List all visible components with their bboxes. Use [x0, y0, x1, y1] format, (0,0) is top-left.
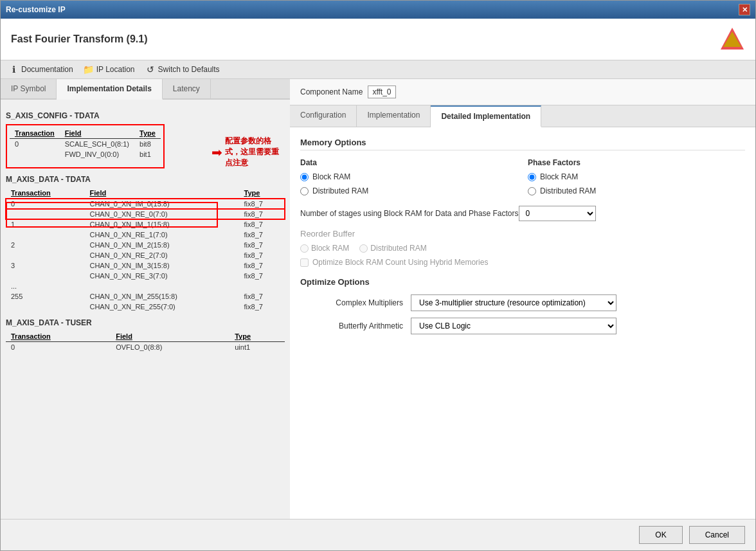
right-panel: Component Name xfft_0 Configuration Impl…	[290, 79, 755, 519]
right-tab-bar: Configuration Implementation Detailed Im…	[290, 105, 755, 127]
data-radio-group: Block RAM Distributed RAM	[300, 172, 518, 195]
col-field: Field	[60, 128, 134, 139]
logo-icon	[719, 26, 745, 52]
component-header: Component Name xfft_0	[290, 79, 755, 105]
phase-distributed-ram-option[interactable]: Distributed RAM	[528, 186, 745, 195]
cell-field: CHAN_0_XN_IM_0(15:8)	[84, 199, 239, 210]
reorder-block-ram-option: Block RAM	[300, 244, 349, 253]
tab-configuration[interactable]: Configuration	[290, 105, 357, 127]
cell-type: fix8_7	[239, 219, 285, 230]
main-header: Fast Fourier Transform (9.1)	[1, 19, 755, 60]
phase-distributed-ram-radio[interactable]	[528, 187, 536, 195]
table-row: FWD_INV_0(0:0) bit1	[10, 149, 161, 159]
reorder-buffer-section: Reorder Buffer Block RAM Distributed RAM	[300, 229, 745, 267]
cell-transaction: 0	[6, 342, 111, 353]
documentation-label: Documentation	[21, 65, 73, 74]
hybrid-memories-checkbox	[300, 258, 309, 267]
cancel-button[interactable]: Cancel	[689, 526, 745, 544]
m-axis-data-title: M_AXIS_DATA - TDATA	[6, 175, 285, 184]
cell-field: CHAN_0_XN_RE_3(7:0)	[84, 271, 239, 281]
tab-ip-symbol[interactable]: IP Symbol	[1, 79, 57, 98]
col-type: Type	[230, 331, 285, 342]
ip-location-button[interactable]: 📁 IP Location	[84, 64, 135, 75]
table-row: CHAN_0_XN_RE_3(7:0) fix8_7	[6, 271, 285, 281]
left-panel: IP Symbol Implementation Details Latency…	[1, 79, 290, 519]
table-row: 0 CHAN_0_XN_IM_0(15:8) fix8_7	[6, 199, 285, 210]
stages-label: Number of stages using Block RAM for Dat…	[300, 209, 519, 218]
butterfly-arithmetic-select[interactable]: Use CLB Logic Use DSPs	[411, 318, 616, 334]
table-row: ...	[6, 281, 285, 291]
data-distributed-ram-option[interactable]: Distributed RAM	[300, 186, 518, 195]
cell-type: bit8	[134, 139, 161, 150]
cell-transaction: 0	[6, 199, 84, 210]
cell-transaction: 3	[6, 260, 84, 271]
cell-transaction: ...	[6, 281, 84, 291]
cell-type: fix8_7	[239, 240, 285, 250]
phase-distributed-ram-label: Distributed RAM	[540, 186, 596, 195]
complex-multipliers-row: Complex Multipliers Use 3-multiplier str…	[300, 294, 745, 311]
col-field: Field	[84, 188, 239, 199]
switch-defaults-button[interactable]: ↺ Switch to Defaults	[145, 64, 220, 75]
cell-field: OVFLO_0(8:8)	[111, 342, 230, 353]
documentation-button[interactable]: ℹ Documentation	[8, 64, 73, 75]
info-icon: ℹ	[8, 64, 19, 75]
table-row: 0 OVFLO_0(8:8) uint1	[6, 342, 285, 353]
reorder-options: Block RAM Distributed RAM	[300, 244, 745, 253]
data-block-ram-radio[interactable]	[300, 173, 309, 181]
phase-col-title: Phase Factors	[528, 158, 745, 167]
cell-type: fix8_7	[239, 199, 285, 210]
cell-transaction	[6, 209, 84, 219]
cell-field: SCALE_SCH_0(8:1)	[60, 139, 134, 150]
left-tab-bar: IP Symbol Implementation Details Latency	[1, 79, 290, 100]
cell-field: CHAN_0_XN_IM_1(15:8)	[84, 219, 239, 230]
tab-detailed-implementation[interactable]: Detailed Implementation	[431, 105, 541, 127]
m-axis-data-table: Transaction Field Type 0 CHAN_0_XN_IM_0(…	[6, 188, 285, 312]
cell-transaction	[6, 271, 84, 281]
data-block-ram-option[interactable]: Block RAM	[300, 172, 518, 181]
data-col-title: Data	[300, 158, 518, 167]
arrow-right-icon: ➡	[212, 145, 222, 160]
stages-row: Number of stages using Block RAM for Dat…	[300, 206, 745, 221]
phase-options-col: Phase Factors Block RAM Distributed RAM	[528, 158, 745, 195]
tab-latency[interactable]: Latency	[163, 79, 211, 98]
folder-icon: 📁	[84, 64, 94, 75]
component-name: xfft_0	[368, 86, 395, 98]
m-axis-tuser-title: M_AXIS_DATA - TUSER	[6, 318, 285, 327]
col-transaction: Transaction	[6, 188, 84, 199]
phase-block-ram-option[interactable]: Block RAM	[528, 172, 745, 181]
data-distributed-ram-label: Distributed RAM	[312, 186, 368, 195]
refresh-icon: ↺	[145, 64, 156, 75]
table-row: 2 CHAN_0_XN_IM_2(15:8) fix8_7	[6, 240, 285, 250]
tab-implementation-details[interactable]: Implementation Details	[57, 79, 162, 100]
reorder-title: Reorder Buffer	[300, 229, 745, 239]
s-axis-config-table: Transaction Field Type 0 SCALE_SCH_0(8:1…	[10, 128, 161, 159]
memory-options-grid: Data Block RAM Distributed RAM	[300, 158, 745, 195]
close-button[interactable]: ✕	[739, 4, 750, 15]
tab-implementation[interactable]: Implementation	[357, 105, 431, 127]
cell-type: fix8_7	[239, 302, 285, 312]
s-axis-red-box: Transaction Field Type 0 SCALE_SCH_0(8:1…	[6, 124, 165, 168]
cell-type	[239, 281, 285, 291]
component-label: Component Name	[300, 87, 363, 96]
data-distributed-ram-radio[interactable]	[300, 187, 309, 195]
phase-block-ram-radio[interactable]	[528, 173, 536, 181]
cell-field: CHAN_0_XN_IM_3(15:8)	[84, 260, 239, 271]
window-title: Re-customize IP	[6, 5, 66, 14]
complex-multipliers-select[interactable]: Use 3-multiplier structure (resource opt…	[411, 294, 616, 311]
butterfly-arithmetic-label: Butterfly Arithmetic	[300, 321, 403, 330]
stages-select[interactable]: 0 1 2	[519, 206, 596, 221]
ok-button[interactable]: OK	[639, 526, 682, 544]
cell-field: CHAN_0_XN_IM_255(15:8)	[84, 291, 239, 302]
hybrid-memories-label: Optimize Block RAM Count Using Hybrid Me…	[312, 258, 488, 267]
col-type: Type	[134, 128, 161, 139]
switch-defaults-label: Switch to Defaults	[158, 65, 220, 74]
cell-type: bit1	[134, 149, 161, 159]
col-field: Field	[111, 331, 230, 342]
optimize-title: Optimize Options	[300, 277, 745, 287]
table-row: CHAN_0_XN_RE_1(7:0) fix8_7	[6, 230, 285, 240]
cell-type: fix8_7	[239, 250, 285, 260]
butterfly-arithmetic-row: Butterfly Arithmetic Use CLB Logic Use D…	[300, 318, 745, 334]
col-transaction: Transaction	[6, 331, 111, 342]
phase-radio-group: Block RAM Distributed RAM	[528, 172, 745, 195]
cell-type: fix8_7	[239, 230, 285, 240]
